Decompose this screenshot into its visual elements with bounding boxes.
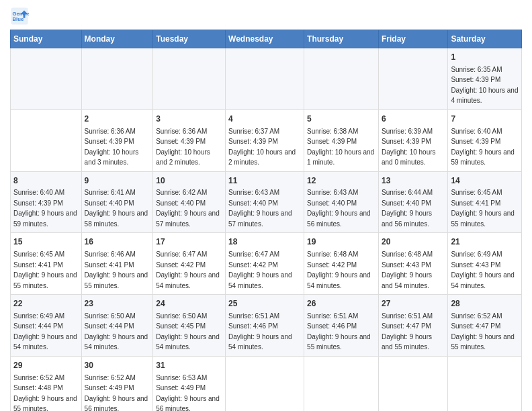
daylight-text: Daylight: 9 hours and 59 minutes. — [13, 210, 77, 228]
svg-text:Blue: Blue — [13, 16, 24, 22]
calendar-cell: 2 Sunrise: 6:36 AM Sunset: 4:39 PM Dayli… — [81, 109, 153, 171]
day-number: 3 — [156, 113, 222, 125]
sunrise-text: Sunrise: 6:40 AM — [451, 128, 502, 135]
sunset-text: Sunset: 4:47 PM — [382, 322, 431, 330]
calendar-cell: 13 Sunrise: 6:44 AM Sunset: 4:40 PM Dayl… — [378, 171, 447, 233]
sunset-text: Sunset: 4:40 PM — [228, 199, 278, 207]
calendar-cell — [226, 356, 304, 411]
calendar-week-row: 29 Sunrise: 6:52 AM Sunset: 4:48 PM Dayl… — [11, 356, 522, 411]
sunrise-text: Sunrise: 6:40 AM — [13, 189, 64, 196]
calendar-cell: 22 Sunrise: 6:49 AM Sunset: 4:44 PM Dayl… — [11, 295, 82, 357]
daylight-text: Daylight: 9 hours and 58 minutes. — [85, 210, 148, 228]
day-number: 9 — [85, 175, 150, 187]
daylight-text: Daylight: 9 hours and 55 minutes. — [451, 210, 515, 228]
sunrise-text: Sunrise: 6:50 AM — [156, 312, 207, 320]
day-number: 6 — [382, 113, 445, 125]
day-number: 24 — [156, 298, 222, 310]
daylight-text: Daylight: 9 hours and 54 minutes. — [156, 333, 220, 351]
sunset-text: Sunset: 4:42 PM — [307, 261, 357, 269]
daylight-text: Daylight: 9 hours and 56 minutes. — [156, 395, 220, 411]
sunrise-text: Sunrise: 6:47 AM — [156, 250, 207, 258]
daylight-text: Daylight: 9 hours and 54 minutes. — [228, 271, 292, 289]
day-number: 15 — [13, 236, 79, 248]
sunrise-text: Sunrise: 6:37 AM — [228, 128, 279, 135]
sunset-text: Sunset: 4:39 PM — [451, 76, 500, 83]
sunset-text: Sunset: 4:42 PM — [228, 261, 278, 269]
sunrise-text: Sunrise: 6:45 AM — [13, 250, 64, 258]
day-number: 30 — [85, 360, 150, 371]
calendar-cell: 31 Sunrise: 6:53 AM Sunset: 4:49 PM Dayl… — [153, 356, 226, 411]
calendar-cell: 21 Sunrise: 6:49 AM Sunset: 4:43 PM Dayl… — [448, 233, 522, 295]
calendar-cell: 23 Sunrise: 6:50 AM Sunset: 4:44 PM Dayl… — [81, 295, 153, 357]
daylight-text: Daylight: 9 hours and 54 minutes. — [451, 271, 515, 289]
day-number: 18 — [228, 236, 301, 248]
day-number: 12 — [307, 175, 375, 187]
logo-icon: General Blue — [10, 7, 29, 26]
daylight-text: Daylight: 9 hours and 57 minutes. — [156, 210, 220, 228]
day-number: 8 — [13, 175, 79, 187]
calendar-cell — [11, 48, 82, 110]
calendar-cell: 9 Sunrise: 6:41 AM Sunset: 4:40 PM Dayli… — [81, 171, 153, 233]
sunrise-text: Sunrise: 6:44 AM — [382, 189, 433, 196]
calendar-cell: 25 Sunrise: 6:51 AM Sunset: 4:46 PM Dayl… — [226, 295, 304, 357]
sunset-text: Sunset: 4:43 PM — [382, 261, 431, 269]
calendar-cell: 3 Sunrise: 6:36 AM Sunset: 4:39 PM Dayli… — [153, 109, 226, 171]
daylight-text: Daylight: 10 hours and 0 minutes. — [382, 148, 436, 167]
daylight-text: Daylight: 9 hours and 55 minutes. — [13, 271, 77, 289]
sunrise-text: Sunrise: 6:49 AM — [13, 312, 64, 320]
daylight-text: Daylight: 9 hours and 54 minutes. — [13, 333, 77, 351]
logo: General Blue — [10, 7, 32, 26]
daylight-text: Daylight: 10 hours and 2 minutes. — [228, 148, 296, 167]
sunset-text: Sunset: 4:48 PM — [13, 384, 63, 392]
sunrise-text: Sunrise: 6:36 AM — [156, 128, 207, 135]
sunset-text: Sunset: 4:39 PM — [228, 138, 278, 145]
day-number: 14 — [451, 175, 519, 187]
calendar-week-row: 8 Sunrise: 6:40 AM Sunset: 4:39 PM Dayli… — [11, 171, 522, 233]
calendar-cell: 30 Sunrise: 6:52 AM Sunset: 4:49 PM Dayl… — [81, 356, 153, 411]
sunrise-text: Sunrise: 6:36 AM — [85, 128, 136, 135]
daylight-text: Daylight: 9 hours and 59 minutes. — [451, 148, 515, 167]
day-number: 29 — [13, 360, 79, 371]
sunrise-text: Sunrise: 6:46 AM — [85, 250, 136, 258]
calendar-cell: 17 Sunrise: 6:47 AM Sunset: 4:42 PM Dayl… — [153, 233, 226, 295]
day-number: 16 — [85, 236, 150, 248]
sunset-text: Sunset: 4:40 PM — [307, 199, 357, 207]
calendar-cell: 28 Sunrise: 6:52 AM Sunset: 4:47 PM Dayl… — [448, 295, 522, 357]
sunset-text: Sunset: 4:45 PM — [156, 322, 206, 330]
calendar-cell — [226, 48, 304, 110]
sunset-text: Sunset: 4:44 PM — [85, 322, 134, 330]
calendar-cell: 7 Sunrise: 6:40 AM Sunset: 4:39 PM Dayli… — [448, 109, 522, 171]
daylight-text: Daylight: 9 hours and 54 minutes. — [85, 333, 148, 351]
sunset-text: Sunset: 4:39 PM — [13, 199, 63, 207]
day-number: 27 — [382, 298, 445, 310]
daylight-text: Daylight: 9 hours and 54 minutes. — [228, 333, 292, 351]
calendar-cell: 29 Sunrise: 6:52 AM Sunset: 4:48 PM Dayl… — [11, 356, 82, 411]
day-number: 11 — [228, 175, 301, 187]
calendar-cell: 1 Sunrise: 6:35 AM Sunset: 4:39 PM Dayli… — [448, 48, 522, 110]
sunset-text: Sunset: 4:41 PM — [13, 261, 63, 269]
calendar-cell — [304, 48, 379, 110]
sunset-text: Sunset: 4:47 PM — [451, 322, 500, 330]
daylight-text: Daylight: 10 hours and 2 minutes. — [156, 148, 210, 167]
daylight-text: Daylight: 9 hours and 55 minutes. — [307, 333, 371, 351]
calendar-cell: 24 Sunrise: 6:50 AM Sunset: 4:45 PM Dayl… — [153, 295, 226, 357]
calendar-cell: 14 Sunrise: 6:45 AM Sunset: 4:41 PM Dayl… — [448, 171, 522, 233]
daylight-text: Daylight: 9 hours and 55 minutes. — [382, 333, 432, 351]
sunrise-text: Sunrise: 6:52 AM — [85, 374, 136, 381]
calendar-week-row: 22 Sunrise: 6:49 AM Sunset: 4:44 PM Dayl… — [11, 295, 522, 357]
sunset-text: Sunset: 4:49 PM — [85, 384, 134, 392]
calendar-cell: 20 Sunrise: 6:48 AM Sunset: 4:43 PM Dayl… — [378, 233, 447, 295]
daylight-text: Daylight: 9 hours and 55 minutes. — [13, 395, 77, 411]
daylight-text: Daylight: 10 hours and 4 minutes. — [451, 87, 518, 105]
column-header-friday: Friday — [378, 30, 447, 48]
sunrise-text: Sunrise: 6:50 AM — [85, 312, 136, 320]
day-number: 10 — [156, 175, 222, 187]
sunset-text: Sunset: 4:39 PM — [307, 138, 357, 145]
sunrise-text: Sunrise: 6:43 AM — [307, 189, 358, 196]
calendar-table: SundayMondayTuesdayWednesdayThursdayFrid… — [10, 30, 522, 411]
sunrise-text: Sunrise: 6:52 AM — [13, 374, 64, 381]
sunset-text: Sunset: 4:39 PM — [156, 138, 206, 145]
sunrise-text: Sunrise: 6:51 AM — [228, 312, 279, 320]
calendar-cell: 5 Sunrise: 6:38 AM Sunset: 4:39 PM Dayli… — [304, 109, 379, 171]
column-header-wednesday: Wednesday — [226, 30, 304, 48]
